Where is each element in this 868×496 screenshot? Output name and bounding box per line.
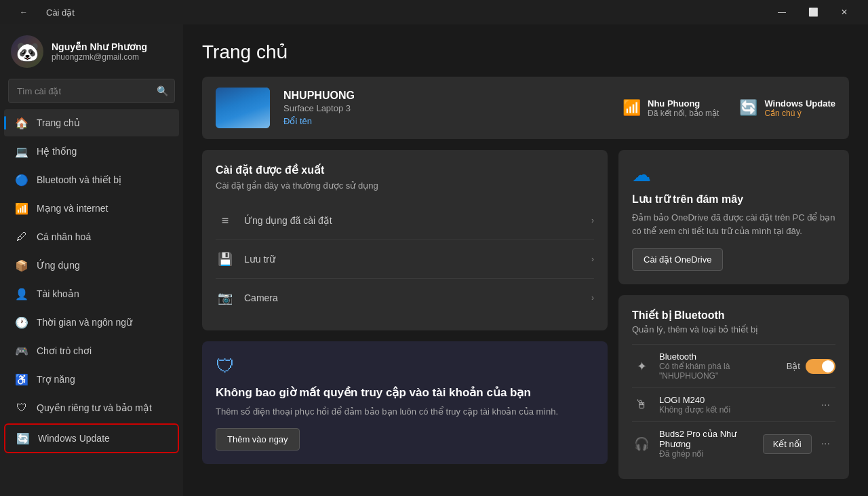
user-email: phuongzmk@gmail.com [52, 52, 147, 62]
nav-apps[interactable]: 📦 Ứng dụng [4, 252, 179, 279]
logi-dots-button[interactable]: ··· [816, 396, 835, 414]
user-name: Nguyễn Như Phương [52, 41, 147, 52]
update-status: Cần chú ý [764, 109, 835, 118]
search-input[interactable] [8, 79, 175, 103]
bluetooth-toggle-group: Bật [787, 359, 835, 374]
wifi-status: Đã kết nối, bảo mật [648, 109, 719, 118]
nav-windows-update[interactable]: 🔄 Windows Update [4, 423, 179, 453]
user-profile[interactable]: 🐼 Nguyễn Như Phương phuongzmk@gmail.com [0, 24, 183, 76]
nav-windows-update-label: Windows Update [38, 433, 167, 444]
nav-gaming-label: Chơi trò chơi [37, 345, 168, 356]
update-info: Windows Update Cần chú ý [764, 98, 835, 118]
user-info: Nguyễn Như Phương phuongzmk@gmail.com [52, 41, 147, 62]
nav-network[interactable]: 📶 Mạng và internet [4, 195, 179, 222]
logi-device-name: LOGI M240 [659, 395, 808, 405]
nav-privacy[interactable]: 🛡 Quyền riêng tư và bảo mật [4, 394, 179, 421]
nav-home-label: Trang chủ [37, 117, 168, 128]
buds2-device-info: Buds2 Pro của Như Phương Đã ghép nối [659, 429, 755, 459]
connect-buds2-button[interactable]: Kết nối [763, 434, 812, 454]
title-bar-left: ← Cài đặt [8, 0, 75, 24]
network-icon: 📶 [15, 202, 28, 215]
nav-accessibility[interactable]: ♿ Trợ năng [4, 366, 179, 393]
minimize-button[interactable]: — [766, 0, 797, 24]
title-bar-controls: — ⬜ ✕ [766, 0, 860, 24]
time-icon: 🕐 [15, 316, 28, 329]
nav-home[interactable]: 🏠 Trang chủ [4, 109, 179, 136]
device-model: Surface Laptop 3 [283, 103, 609, 113]
update-label: Windows Update [764, 98, 835, 109]
accessibility-icon: ♿ [15, 373, 28, 386]
installed-apps-item[interactable]: ≡ Ứng dụng đã cài đặt › [216, 202, 594, 240]
main-content: Trang chủ NHUPHUONG Surface Laptop 3 Đổi… [183, 24, 868, 496]
bluetooth-toggle-item: ✦ Bluetooth Có thể khám phá là "NHUPHUON… [632, 344, 835, 387]
right-col: ☁ Lưu trữ trên đám mây Đảm bảo OneDrive … [618, 150, 849, 479]
title-bar: ← Cài đặt — ⬜ ✕ [0, 0, 868, 24]
suggested-subtitle: Cài đặt gần đây và thường được sử dụng [216, 180, 594, 191]
nav-network-label: Mạng và internet [37, 203, 168, 214]
device-card: NHUPHUONG Surface Laptop 3 Đổi tên 📶 Nhu… [202, 77, 849, 139]
nav-system[interactable]: 💻 Hệ thống [4, 138, 179, 165]
bluetooth-device-icon: ✦ [632, 359, 651, 374]
onedrive-icon: ☁ [632, 164, 835, 186]
maximize-button[interactable]: ⬜ [797, 0, 829, 24]
buds2-dots-button[interactable]: ··· [816, 435, 835, 453]
security-shield-icon: 🛡 [216, 355, 594, 377]
storage-chevron-icon: › [591, 254, 594, 264]
nav-bluetooth-label: Bluetooth và thiết bị [37, 174, 168, 185]
headphones-icon: 🎧 [632, 436, 651, 451]
nav-personalize-label: Cá nhân hoá [37, 231, 168, 242]
buds2-device-status: Đã ghép nối [659, 449, 755, 459]
bluetooth-card: Thiết bị Bluetooth Quản lý, thêm và loại… [618, 295, 849, 479]
close-button[interactable]: ✕ [829, 0, 860, 24]
search-icon: 🔍 [157, 85, 168, 96]
nav-system-label: Hệ thống [37, 146, 168, 157]
page-title: Trang chủ [202, 41, 849, 63]
two-col-layout: Cài đặt được đề xuất Cài đặt gần đây và … [202, 150, 849, 479]
add-now-button[interactable]: Thêm vào ngay [216, 428, 300, 451]
nav-account[interactable]: 👤 Tài khoản [4, 280, 179, 307]
apps-list-icon: ≡ [216, 211, 235, 230]
left-col: Cài đặt được đề xuất Cài đặt gần đây và … [202, 150, 608, 479]
nav-bluetooth[interactable]: 🔵 Bluetooth và thiết bị [4, 166, 179, 193]
privacy-icon: 🛡 [15, 401, 28, 415]
title-bar-title: Cài đặt [46, 7, 75, 18]
onedrive-desc: Đảm bảo OneDrive đã được cài đặt trên PC… [632, 211, 835, 237]
logi-m240-item: 🖱 LOGI M240 Không được kết nối ··· [632, 387, 835, 421]
bluetooth-toggle[interactable] [806, 359, 835, 374]
onedrive-card: ☁ Lưu trữ trên đám mây Đảm bảo OneDrive … [618, 150, 849, 284]
toggle-knob [822, 360, 834, 373]
back-button[interactable]: ← [8, 0, 39, 24]
nav-gaming[interactable]: 🎮 Chơi trò chơi [4, 337, 179, 364]
device-info: NHUPHUONG Surface Laptop 3 Đổi tên [283, 90, 609, 126]
bluetooth-card-title: Thiết bị Bluetooth [632, 309, 835, 322]
storage-list-icon: 💾 [216, 250, 235, 269]
camera-label: Camera [244, 292, 582, 303]
wifi-icon: 📶 [623, 99, 641, 117]
nav-account-label: Tài khoản [37, 288, 168, 299]
camera-list-icon: 📷 [216, 288, 235, 307]
nav-personalize[interactable]: 🖊 Cá nhân hoá [4, 223, 179, 250]
wifi-info: Nhu Phuong Đã kết nối, bảo mật [648, 98, 719, 118]
buds2-actions: Kết nối ··· [763, 434, 835, 454]
buds2-item: 🎧 Buds2 Pro của Như Phương Đã ghép nối K… [632, 421, 835, 465]
storage-item[interactable]: 💾 Lưu trữ › [216, 240, 594, 279]
app-container: 🐼 Nguyễn Như Phương phuongzmk@gmail.com … [0, 24, 868, 496]
install-onedrive-button[interactable]: Cài đặt OneDrive [632, 248, 723, 271]
nav-privacy-label: Quyền riêng tư và bảo mật [37, 402, 168, 413]
avatar: 🐼 [11, 35, 43, 68]
gaming-icon: 🎮 [15, 344, 28, 358]
wifi-label: Nhu Phuong [648, 98, 719, 109]
buds2-device-name: Buds2 Pro của Như Phương [659, 429, 755, 449]
camera-item[interactable]: 📷 Camera › [216, 279, 594, 317]
device-image [216, 88, 270, 128]
home-icon: 🏠 [15, 116, 28, 130]
bluetooth-nav-icon: 🔵 [15, 173, 28, 187]
bluetooth-on-label: Bật [787, 361, 800, 371]
rename-link[interactable]: Đổi tên [283, 116, 609, 126]
nav-time[interactable]: 🕐 Thời gian và ngôn ngữ [4, 309, 179, 336]
security-card: 🛡 Không bao giờ mất quyền truy cập vào t… [202, 341, 608, 464]
security-title: Không bao giờ mất quyền truy cập vào tài… [216, 385, 594, 400]
windows-update-icon: 🔄 [16, 432, 30, 445]
onedrive-title: Lưu trữ trên đám mây [632, 193, 835, 206]
account-icon: 👤 [15, 287, 28, 301]
